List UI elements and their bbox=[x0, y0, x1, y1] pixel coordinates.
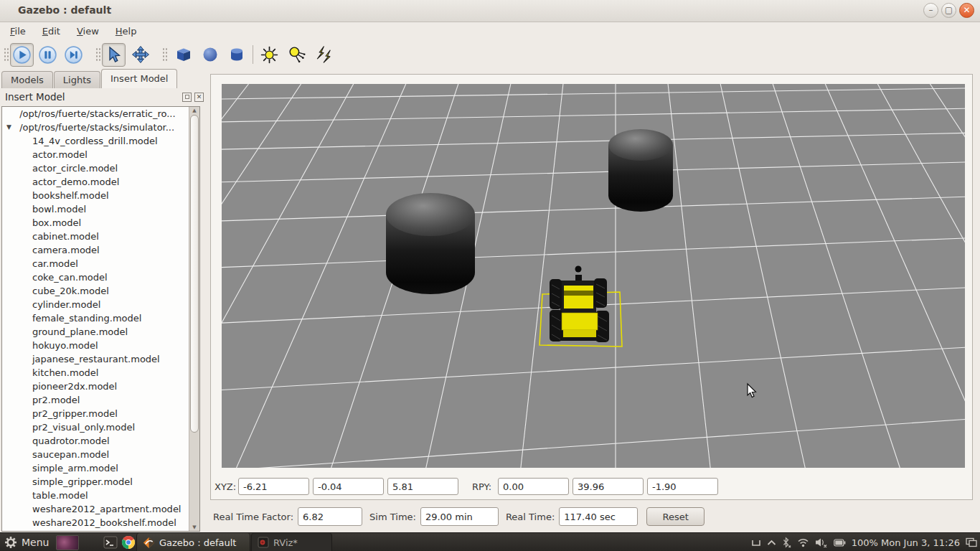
window-restore-icon[interactable] bbox=[751, 538, 761, 547]
step-button[interactable] bbox=[62, 43, 85, 67]
tab-insert-model[interactable]: Insert Model bbox=[101, 69, 177, 88]
pitch-field[interactable] bbox=[573, 478, 644, 495]
terminal-icon[interactable] bbox=[103, 535, 118, 550]
bluetooth-icon[interactable] bbox=[782, 537, 791, 548]
close-button[interactable]: ✕ bbox=[959, 3, 974, 18]
gear-menu-icon[interactable] bbox=[4, 536, 17, 549]
tree-item[interactable]: coke_can.model bbox=[2, 270, 199, 284]
tree-item[interactable]: simple_gripper.model bbox=[2, 475, 199, 489]
add-cylinder-button[interactable] bbox=[225, 43, 248, 67]
tree-item[interactable]: cube_20k.model bbox=[2, 284, 199, 298]
desktop-wallpaper-icon[interactable] bbox=[56, 535, 79, 550]
taskbar-menu-label[interactable]: Menu bbox=[22, 537, 49, 548]
box-icon bbox=[174, 45, 193, 64]
tree-item[interactable]: simple_arm.model bbox=[2, 461, 199, 475]
battery-icon[interactable] bbox=[834, 539, 846, 547]
tree-item[interactable]: pr2_visual_only.model bbox=[2, 420, 199, 434]
add-spot-light-button[interactable] bbox=[285, 43, 308, 67]
tree-item[interactable]: cabinet.model bbox=[2, 230, 199, 243]
render-view[interactable] bbox=[222, 84, 965, 468]
z-position-field[interactable] bbox=[387, 478, 458, 495]
sim-time-field[interactable] bbox=[420, 507, 499, 526]
tree-item[interactable]: weshare2012_bookshelf.model bbox=[2, 516, 199, 529]
tree-item[interactable]: actor.model bbox=[2, 148, 199, 161]
tree-item[interactable]: actor_circle.model bbox=[2, 161, 199, 175]
tree-item[interactable]: japanese_restaurant.model bbox=[2, 352, 199, 366]
model-tree-scrollbar[interactable]: ▲ ▼ bbox=[189, 107, 199, 531]
volume-muted-icon[interactable] bbox=[815, 537, 828, 547]
menu-help[interactable]: Help bbox=[116, 26, 137, 37]
menu-file[interactable]: File bbox=[10, 26, 26, 37]
y-position-field[interactable] bbox=[313, 478, 384, 495]
add-box-button[interactable] bbox=[171, 43, 195, 67]
tree-item[interactable]: hokuyo.model bbox=[2, 339, 199, 352]
maximize-button[interactable]: ▢ bbox=[941, 3, 956, 18]
scrollbar-thumb[interactable] bbox=[190, 115, 199, 433]
tree-item[interactable]: ▼ /opt/ros/fuerte/stacks/simulator... bbox=[2, 121, 199, 134]
xyz-label: XYZ: bbox=[215, 481, 238, 492]
yaw-field[interactable] bbox=[647, 478, 718, 495]
titlebar[interactable]: Gazebo : default – ▢ ✕ bbox=[0, 0, 980, 22]
tree-item[interactable]: pr2.model bbox=[2, 393, 199, 407]
tree-item[interactable]: bowl.model bbox=[2, 202, 199, 216]
play-button[interactable] bbox=[10, 43, 34, 67]
clock-status[interactable]: 100% Mon Jun 3, 11:26 bbox=[852, 537, 960, 548]
tree-item[interactable]: kitchen.model bbox=[2, 366, 199, 380]
real-time-factor-field[interactable] bbox=[298, 507, 362, 526]
taskbar-window-gazebo[interactable]: Gazebo : default bbox=[136, 533, 250, 551]
toolbar-grip[interactable] bbox=[95, 47, 100, 62]
tree-item-label: camera.model bbox=[32, 245, 100, 255]
real-time-field[interactable] bbox=[559, 507, 638, 526]
scene-cylinder[interactable] bbox=[386, 193, 475, 294]
add-directional-light-button[interactable] bbox=[312, 43, 336, 67]
select-button[interactable] bbox=[102, 43, 126, 67]
tree-item-label: pioneer2dx.model bbox=[32, 381, 117, 392]
menu-edit[interactable]: Edit bbox=[42, 26, 60, 37]
taskbar-window-rviz[interactable]: RViz* bbox=[251, 533, 332, 551]
tree-item[interactable]: box.model bbox=[2, 216, 199, 230]
real-time-factor-label: Real Time Factor: bbox=[213, 512, 293, 522]
tree-item[interactable]: bookshelf.model bbox=[2, 189, 199, 202]
toolbar-grip[interactable] bbox=[162, 47, 167, 62]
tree-item[interactable]: car.model bbox=[2, 257, 199, 270]
x-position-field[interactable] bbox=[238, 478, 309, 495]
tree-item[interactable]: table.model bbox=[2, 489, 199, 502]
tree-item[interactable]: actor_demo.model bbox=[2, 175, 199, 189]
dock-close-button[interactable]: ✕ bbox=[194, 93, 204, 102]
scene-robot-pioneer2dx[interactable] bbox=[540, 266, 622, 347]
wifi-icon[interactable] bbox=[797, 537, 809, 547]
scroll-up-icon[interactable]: ▲ bbox=[189, 108, 199, 113]
tab-models[interactable]: Models bbox=[1, 71, 53, 88]
chrome-icon[interactable] bbox=[121, 535, 136, 550]
tree-item[interactable]: pioneer2dx.model bbox=[2, 380, 199, 393]
chevron-up-icon[interactable] bbox=[767, 539, 776, 547]
pause-button[interactable] bbox=[36, 43, 60, 67]
add-point-light-button[interactable] bbox=[258, 43, 281, 67]
workspace-switcher-icon[interactable] bbox=[966, 537, 977, 547]
menu-view[interactable]: View bbox=[77, 26, 99, 37]
tree-item[interactable]: ground_plane.model bbox=[2, 325, 199, 339]
toolbar-grip[interactable] bbox=[4, 47, 9, 62]
reset-button[interactable]: Reset bbox=[646, 507, 705, 526]
expander-icon[interactable]: ▼ bbox=[6, 121, 17, 134]
add-sphere-button[interactable] bbox=[198, 43, 222, 67]
tab-lights[interactable]: Lights bbox=[54, 71, 100, 88]
tree-item[interactable]: 14_4v_cordless_drill.model bbox=[2, 134, 199, 148]
tree-item[interactable]: quadrotor.model bbox=[2, 434, 199, 448]
translate-icon bbox=[131, 45, 150, 64]
tree-item[interactable]: saucepan.model bbox=[2, 448, 199, 461]
roll-field[interactable] bbox=[498, 478, 569, 495]
tree-item[interactable]: /opt/ros/fuerte/stacks/erratic_ro... bbox=[2, 107, 199, 121]
scene-cylinder[interactable] bbox=[608, 129, 673, 212]
scroll-down-icon[interactable]: ▼ bbox=[189, 524, 199, 530]
tree-item[interactable]: pr2_gripper.model bbox=[2, 407, 199, 420]
sphere-icon bbox=[201, 45, 220, 64]
minimize-button[interactable]: – bbox=[923, 3, 938, 18]
tree-item[interactable]: cylinder.model bbox=[2, 298, 199, 311]
tree-item[interactable]: weshare2012_apartment.model bbox=[2, 502, 199, 516]
dock-float-button[interactable] bbox=[182, 93, 192, 102]
tree-item[interactable]: female_standing.model bbox=[2, 311, 199, 325]
taskbar: Menu bbox=[0, 532, 980, 551]
translate-button[interactable] bbox=[128, 43, 152, 67]
tree-item[interactable]: camera.model bbox=[2, 243, 199, 257]
